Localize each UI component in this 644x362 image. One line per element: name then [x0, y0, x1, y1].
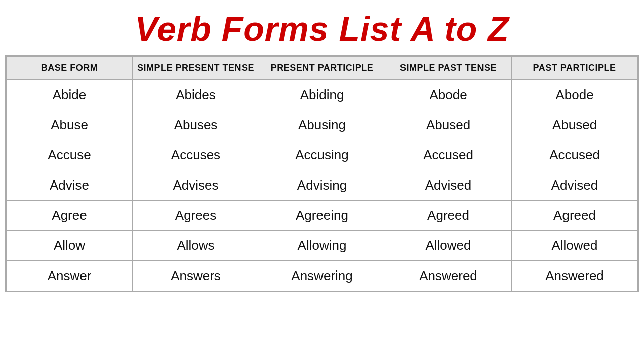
table-row: AgreeAgreesAgreeingAgreedAgreed: [7, 201, 638, 231]
cell-0-3: Abode: [385, 80, 512, 110]
col-header-3: SIMPLE PAST TENSE: [385, 57, 512, 80]
cell-4-1: Agrees: [133, 201, 259, 231]
cell-2-0: Accuse: [7, 140, 133, 170]
cell-1-0: Abuse: [7, 110, 133, 140]
verb-forms-table: BASE FORMSIMPLE PRESENT TENSEPRESENT PAR…: [6, 56, 638, 291]
cell-5-2: Allowing: [259, 231, 385, 261]
cell-2-3: Accused: [385, 140, 512, 170]
cell-1-2: Abusing: [259, 110, 385, 140]
cell-6-1: Answers: [133, 261, 259, 291]
cell-5-3: Allowed: [385, 231, 512, 261]
cell-0-4: Abode: [512, 80, 638, 110]
col-header-2: PRESENT PARTICIPLE: [259, 57, 385, 80]
cell-6-2: Answering: [259, 261, 385, 291]
cell-4-2: Agreeing: [259, 201, 385, 231]
table-row: AdviseAdvisesAdvisingAdvisedAdvised: [7, 170, 638, 201]
cell-5-4: Allowed: [512, 231, 638, 261]
cell-0-2: Abiding: [259, 80, 385, 110]
cell-3-3: Advised: [385, 170, 512, 201]
cell-5-0: Allow: [7, 231, 133, 261]
cell-5-1: Allows: [133, 231, 259, 261]
cell-4-4: Agreed: [512, 201, 638, 231]
table-row: AccuseAccusesAccusingAccusedAccused: [7, 140, 638, 170]
cell-6-0: Answer: [7, 261, 133, 291]
col-header-1: SIMPLE PRESENT TENSE: [133, 57, 259, 80]
page-title: Verb Forms List A to Z: [135, 0, 509, 55]
cell-1-3: Abused: [385, 110, 512, 140]
table-row: AbideAbidesAbidingAbodeAbode: [7, 80, 638, 110]
col-header-0: BASE FORM: [7, 57, 133, 80]
cell-2-4: Accused: [512, 140, 638, 170]
cell-4-0: Agree: [7, 201, 133, 231]
verb-table-wrapper: BASE FORMSIMPLE PRESENT TENSEPRESENT PAR…: [5, 55, 639, 292]
table-header-row: BASE FORMSIMPLE PRESENT TENSEPRESENT PAR…: [7, 57, 638, 80]
cell-2-2: Accusing: [259, 140, 385, 170]
cell-4-3: Agreed: [385, 201, 512, 231]
table-body: AbideAbidesAbidingAbodeAbodeAbuseAbusesA…: [7, 80, 638, 291]
cell-6-4: Answered: [512, 261, 638, 291]
table-row: AbuseAbusesAbusingAbusedAbused: [7, 110, 638, 140]
cell-6-3: Answered: [385, 261, 512, 291]
cell-3-4: Advised: [512, 170, 638, 201]
cell-0-0: Abide: [7, 80, 133, 110]
col-header-4: PAST PARTICIPLE: [512, 57, 638, 80]
cell-1-4: Abused: [512, 110, 638, 140]
cell-2-1: Accuses: [133, 140, 259, 170]
cell-3-2: Advising: [259, 170, 385, 201]
table-row: AnswerAnswersAnsweringAnsweredAnswered: [7, 261, 638, 291]
table-row: AllowAllowsAllowingAllowedAllowed: [7, 231, 638, 261]
cell-3-0: Advise: [7, 170, 133, 201]
cell-1-1: Abuses: [133, 110, 259, 140]
cell-3-1: Advises: [133, 170, 259, 201]
cell-0-1: Abides: [133, 80, 259, 110]
